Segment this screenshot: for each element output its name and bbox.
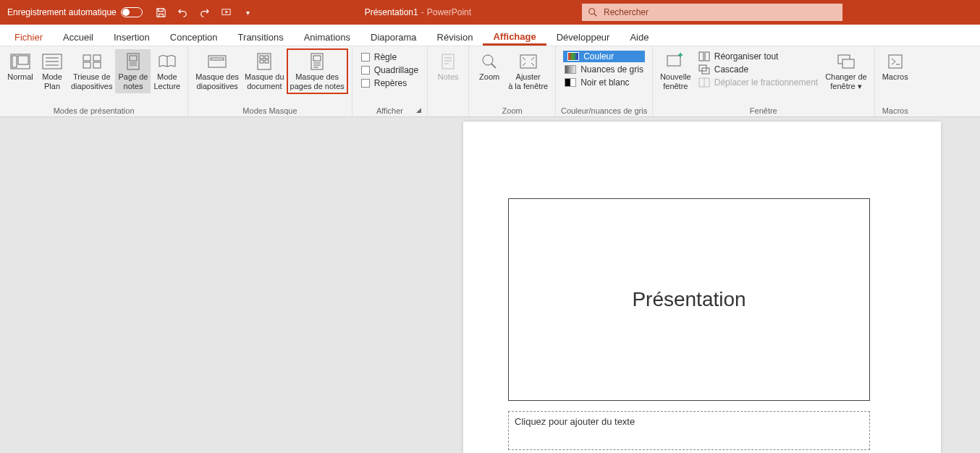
macros-button[interactable]: Macros [879,49,911,85]
group-zoom: Zoom Ajuster à la fenêtre Zoom [469,46,556,117]
search-box[interactable]: Rechercher [582,4,842,21]
search-icon [588,7,598,17]
svg-rect-37 [520,55,536,68]
tab-file[interactable]: Fichier [4,27,53,46]
group-label-notes-empty [432,105,464,115]
arrange-all-label: Réorganiser tout [714,51,779,62]
group-master-views: Masque des diapositives Masque du docume… [188,46,352,117]
slide-title-text: Présentation [632,288,745,311]
slide-sorter-button[interactable]: Trieuse de diapositives [68,49,115,93]
bw-button[interactable]: Noir et blanc [563,77,645,88]
redo-icon[interactable] [199,7,211,18]
svg-rect-20 [211,58,224,60]
autosave-toggle[interactable]: Enregistrement automatique [7,7,143,17]
move-split-button: Déplacer le fractionnement [697,77,819,88]
normal-view-button[interactable]: Normal [4,49,36,85]
slide-thumbnail[interactable]: Présentation [508,198,870,401]
svg-rect-3 [11,54,30,69]
gridlines-checkbox[interactable]: Quadrillage [361,65,418,75]
slide-master-label: Masque des diapositives [195,72,239,90]
reading-view-button[interactable]: Mode Lecture [151,49,183,93]
notes-page-label: Page de notes [118,72,148,90]
fit-to-window-button[interactable]: Ajuster à la fenêtre [505,49,551,93]
tab-slideshow[interactable]: Diaporama [360,27,427,46]
svg-point-35 [483,55,493,65]
notes-placeholder-text: Cliquez pour ajouter du texte [515,416,635,427]
guides-checkbox[interactable]: Repères [361,78,418,88]
handout-master-button[interactable]: Masque du document [242,49,287,93]
notes-label: Notes [438,72,459,82]
editing-canvas[interactable]: Présentation Cliquez pour ajouter du tex… [0,117,980,453]
ruler-label: Règle [374,52,397,62]
slide-master-button[interactable]: Masque des diapositives [193,49,242,93]
svg-rect-24 [260,60,263,63]
group-label-color: Couleur/nuances de gris [560,105,648,115]
group-macros: Macros Macros [875,46,916,117]
save-icon[interactable] [156,7,167,18]
dialog-launcher-icon[interactable]: ◢ [416,106,421,114]
autosave-label: Enregistrement automatique [7,7,117,17]
svg-rect-38 [667,56,680,66]
group-label-zoom: Zoom [473,105,551,115]
ribbon: Normal Mode Plan Trieuse de diapositives… [0,46,980,117]
guides-label: Repères [374,78,407,88]
notes-master-icon [305,52,329,71]
group-show: Règle Quadrillage Repères Afficher◢ [352,46,428,117]
tab-home[interactable]: Accueil [53,27,104,46]
svg-rect-15 [130,56,137,61]
notes-page-button[interactable]: Page de notes [115,49,151,93]
notes-text-placeholder[interactable]: Cliquez pour ajouter du texte [508,411,870,450]
svg-rect-48 [842,59,854,68]
document-name: Présentation1 [365,7,418,17]
tab-help[interactable]: Aide [620,27,659,46]
title-separator: - [421,7,424,17]
slide-master-icon [206,52,229,71]
svg-rect-19 [208,56,226,67]
color-label: Couleur [583,51,614,62]
color-button[interactable]: Couleur [563,51,645,62]
bw-swatch-icon [565,78,576,87]
tab-view[interactable]: Affichage [483,27,546,46]
normal-view-label: Normal [7,72,33,82]
fit-to-window-label: Ajuster à la fenêtre [508,72,548,90]
macros-icon [884,52,907,71]
normal-view-icon [9,52,32,71]
cascade-icon [698,64,710,75]
handout-master-label: Masque du document [245,72,284,90]
outline-view-icon [41,52,64,71]
switch-windows-button[interactable]: Changer de fenêtre ▾ [822,49,870,93]
slideshow-start-icon[interactable] [221,7,232,18]
tab-design[interactable]: Conception [160,27,228,46]
notes-master-button[interactable]: Masque des pages de notes [287,49,347,93]
arrange-all-button[interactable]: Réorganiser tout [697,51,819,62]
svg-rect-25 [265,60,269,63]
reading-view-icon [156,52,179,71]
title-bar: Enregistrement automatique ▾ Présentatio… [0,0,980,25]
tab-developer[interactable]: Développeur [546,27,620,46]
tab-insert[interactable]: Insertion [104,27,160,46]
new-window-button[interactable]: Nouvelle fenêtre [657,49,694,93]
macros-label: Macros [882,72,908,82]
tab-review[interactable]: Révision [427,27,483,46]
checkbox-icon [361,79,370,88]
undo-icon[interactable] [177,7,189,18]
grayscale-button[interactable]: Nuances de gris [563,64,645,75]
notes-master-label: Masque des pages de notes [290,72,345,90]
tab-transitions[interactable]: Transitions [228,27,294,46]
window-title: Présentation1 - PowerPoint [254,7,582,17]
tab-animations[interactable]: Animations [294,27,360,46]
quick-access-toolbar: ▾ [156,7,254,18]
notes-page[interactable]: Présentation Cliquez pour ajouter du tex… [463,122,941,453]
outline-view-button[interactable]: Mode Plan [36,49,68,93]
svg-rect-27 [313,56,321,61]
svg-point-1 [589,9,595,14]
notes-button: Notes [432,49,464,85]
cascade-button[interactable]: Cascade [697,64,819,75]
svg-rect-23 [265,56,269,59]
qat-more-icon[interactable]: ▾ [242,7,254,18]
svg-rect-5 [18,56,28,64]
show-label-text: Afficher [376,106,403,115]
zoom-button[interactable]: Zoom [473,49,505,85]
ruler-checkbox[interactable]: Règle [361,52,418,62]
zoom-icon [478,52,501,71]
